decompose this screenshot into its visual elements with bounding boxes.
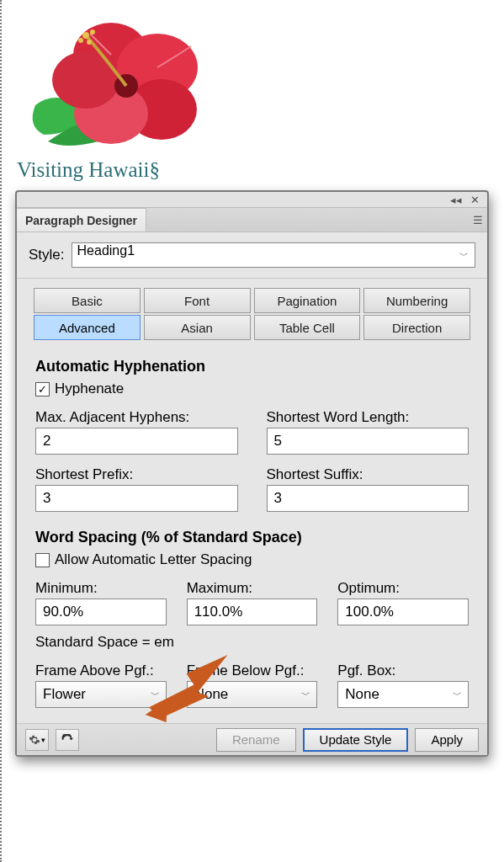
frame-below-select[interactable]: None <box>187 681 318 708</box>
max-adj-input[interactable] <box>35 428 238 455</box>
frame-below-value: None <box>194 686 229 702</box>
chevron-down-icon: ▾ <box>41 736 45 744</box>
style-label: Style: <box>29 247 65 263</box>
shortest-prefix-label: Shortest Prefix: <box>35 466 238 483</box>
max-adj-label: Max. Adjacent Hyphens: <box>35 409 238 426</box>
refresh-icon[interactable] <box>56 729 79 751</box>
frame-above-image <box>19 8 220 152</box>
svg-point-8 <box>78 38 83 43</box>
tab-basic[interactable]: Basic <box>34 288 141 313</box>
apply-button[interactable]: Apply <box>415 728 479 752</box>
tab-pagination[interactable]: Pagination <box>254 288 361 313</box>
standard-space-text: Standard Space = em <box>35 634 469 651</box>
tab-paragraph-designer[interactable]: Paragraph Designer <box>17 208 146 231</box>
frame-above-label: Frame Above Pgf.: <box>35 662 167 679</box>
page-title: Visiting Hawaii§ <box>17 158 504 182</box>
svg-point-4 <box>52 51 119 109</box>
collapse-icon[interactable]: ◂◂ <box>448 194 464 206</box>
tab-advanced[interactable]: Advanced <box>34 315 141 340</box>
tab-font[interactable]: Font <box>144 288 251 313</box>
svg-point-7 <box>90 29 95 35</box>
tab-asian[interactable]: Asian <box>144 315 251 340</box>
pgf-box-label: Pgf. Box: <box>337 662 469 679</box>
section-hyphenation-title: Automatic Hyphenation <box>35 358 469 375</box>
svg-point-6 <box>82 32 89 39</box>
shortest-suffix-input[interactable] <box>267 485 470 512</box>
opt-label: Optimum: <box>337 580 469 597</box>
shortest-prefix-input[interactable] <box>35 485 238 512</box>
svg-point-9 <box>87 40 92 45</box>
max-label: Maximum: <box>187 580 318 597</box>
panel-menu-icon[interactable]: ☰ <box>469 208 487 231</box>
tab-direction[interactable]: Direction <box>363 315 470 340</box>
style-select[interactable]: Heading1 <box>72 242 475 268</box>
heading-text: Visiting Hawaii <box>17 158 150 181</box>
frame-above-value: Flower <box>43 686 86 702</box>
hyphenate-checkbox[interactable]: ✓ <box>35 382 50 396</box>
tab-tablecell[interactable]: Table Cell <box>254 315 361 340</box>
hyphenate-label: Hyphenate <box>55 380 124 397</box>
allow-letter-spacing-label: Allow Automatic Letter Spacing <box>55 551 252 568</box>
pgf-box-value: None <box>345 686 379 702</box>
pgf-box-select[interactable]: None <box>337 681 469 708</box>
rename-button[interactable]: Rename <box>216 728 296 752</box>
max-input[interactable] <box>187 599 318 625</box>
allow-letter-spacing-checkbox[interactable] <box>35 553 50 567</box>
shortest-suffix-label: Shortest Suffix: <box>267 466 470 483</box>
gear-icon[interactable]: ▾ <box>25 729 49 751</box>
frame-above-select[interactable]: Flower <box>35 681 167 708</box>
pilcrow: § <box>150 158 161 181</box>
frame-below-label: Frame Below Pgf.: <box>187 662 318 679</box>
shortest-word-label: Shortest Word Length: <box>267 409 470 426</box>
tab-numbering[interactable]: Numbering <box>363 288 470 313</box>
paragraph-designer-panel: ◂◂ ✕ Paragraph Designer ☰ Style: Heading… <box>15 190 489 757</box>
min-input[interactable] <box>35 599 167 625</box>
section-wordspacing-title: Word Spacing (% of Standard Space) <box>35 529 469 546</box>
min-label: Minimum: <box>35 580 167 597</box>
shortest-word-input[interactable] <box>267 428 470 455</box>
close-icon[interactable]: ✕ <box>467 194 482 206</box>
update-style-button[interactable]: Update Style <box>303 728 409 752</box>
opt-input[interactable] <box>337 599 469 625</box>
style-select-value: Heading1 <box>77 243 135 258</box>
